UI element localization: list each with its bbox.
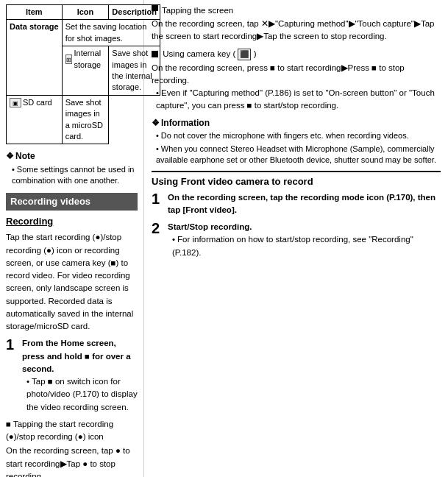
camera-key-body: On the recording screen, press ■ to star… <box>152 62 441 113</box>
front-cam-step-2-bullet-0: For information on how to start/stop rec… <box>172 233 441 259</box>
camera-key-heading-text: Using camera key ( <box>163 49 238 58</box>
info-section: Information Do not cover the microphone … <box>152 117 441 166</box>
tapping-screen-heading-text: Tapping the screen <box>162 4 233 16</box>
camera-key-bullet-0: Even if "Capturing method" (P.186) is se… <box>156 87 441 113</box>
data-storage-label: Data storage <box>7 20 63 95</box>
step-1-bullet-0: Tap ■ on switch icon for photo/video (P.… <box>26 375 138 414</box>
black-square-icon-2 <box>152 51 158 57</box>
info-list: Do not cover the microphone with fingers… <box>152 130 441 166</box>
tapping-screen-heading: Tapping the screen <box>152 4 441 16</box>
info-item-1: When you connect Stereo Headset with Mic… <box>156 144 441 166</box>
sd-card-icon: ▣ <box>10 98 21 107</box>
left-column: Item Icon Description Data storage Set t… <box>0 0 144 477</box>
camera-key-heading: Using camera key ( ⬛ ) <box>152 48 441 60</box>
sd-card-label: SD card <box>23 97 52 108</box>
internal-storage-label: Internal storage <box>74 48 105 71</box>
front-cam-step-1-content: On the recording screen, tap the recordi… <box>168 191 441 217</box>
note-section: Note Some settings cannot be used in com… <box>6 150 138 187</box>
sd-card-desc: Save shot images in a microSD card. <box>62 95 109 144</box>
info-title: Information <box>152 117 441 130</box>
note-item: Some settings cannot be used in combinat… <box>12 164 138 187</box>
camera-key-icon: ⬛ <box>238 49 251 60</box>
step-1-bullets: Tap ■ on switch icon for photo/video (P.… <box>22 375 138 414</box>
camera-key-body-text: On the recording screen, press ■ to star… <box>152 62 441 88</box>
front-cam-step-2: 2 Start/Stop recording. For information … <box>152 221 441 259</box>
camera-key-section: Using camera key ( ⬛ ) On the recording … <box>152 48 441 113</box>
front-cam-step-2-bullets: For information on how to start/stop rec… <box>168 233 441 259</box>
step-1-content: From the Home screen, press and hold ■ f… <box>22 337 138 414</box>
recording-body-text: Tap the start recording (●)/stop recordi… <box>6 231 138 333</box>
tapping-screen-section: Tapping the screen On the recording scre… <box>152 4 441 43</box>
recording-subheading: Recording <box>6 215 138 228</box>
table-header-icon: Icon <box>62 5 109 20</box>
step-1: 1 From the Home screen, press and hold ■… <box>6 337 138 414</box>
front-cam-step-2-title: Start/Stop recording. <box>168 222 252 231</box>
front-cam-section: Using Front video camera to record 1 On … <box>152 171 441 259</box>
note-list: Some settings cannot be used in combinat… <box>6 164 138 187</box>
page-wrapper: Item Icon Description Data storage Set t… <box>0 0 448 477</box>
storage-table: Item Icon Description Data storage Set t… <box>6 4 160 144</box>
sd-card-cell: ▣ SD card <box>7 95 63 144</box>
tap-start-body: On the recording screen, tap ● to start … <box>6 445 138 477</box>
table-row: Data storage Set the saving location for… <box>7 20 160 46</box>
recording-videos-heading: Recording videos <box>6 193 138 211</box>
front-cam-step-1-number: 1 <box>152 191 163 217</box>
tap-start-section: ■ Tapping the start recording (●)/stop r… <box>6 418 138 477</box>
sd-card-icon-box: ▣ SD card <box>10 97 52 108</box>
front-cam-step-1-title: On the recording screen, tap the recordi… <box>168 193 435 214</box>
internal-storage-icon-box: ⊞ Internal storage <box>65 48 106 71</box>
internal-storage-cell: ⊞ Internal storage <box>62 46 109 96</box>
camera-key-heading-close: ) <box>254 49 257 58</box>
right-column: Tapping the screen On the recording scre… <box>144 0 448 477</box>
black-square-icon <box>152 4 158 11</box>
page-content: Item Icon Description Data storage Set t… <box>0 0 448 477</box>
front-cam-title: Using Front video camera to record <box>152 175 441 188</box>
step-1-title: From the Home screen, press and hold ■ f… <box>22 339 131 373</box>
note-title: Note <box>6 150 138 163</box>
front-cam-step-2-number: 2 <box>152 221 163 259</box>
front-cam-step-2-content: Start/Stop recording. For information on… <box>168 221 441 259</box>
table-header-item: Item <box>7 5 63 20</box>
step-1-number: 1 <box>6 337 18 414</box>
tapping-screen-body: On the recording screen, tap ✕▶"Capturin… <box>152 18 441 43</box>
table-row-sd: ▣ SD card Save shot images in a microSD … <box>7 95 160 144</box>
internal-storage-icon: ⊞ <box>65 54 73 64</box>
info-item-0: Do not cover the microphone with fingers… <box>156 130 441 141</box>
camera-key-bullets: Even if "Capturing method" (P.186) is se… <box>152 87 441 113</box>
front-cam-step-1: 1 On the recording screen, tap the recor… <box>152 191 441 217</box>
tap-start-heading: ■ Tapping the start recording (●)/stop r… <box>6 418 138 444</box>
